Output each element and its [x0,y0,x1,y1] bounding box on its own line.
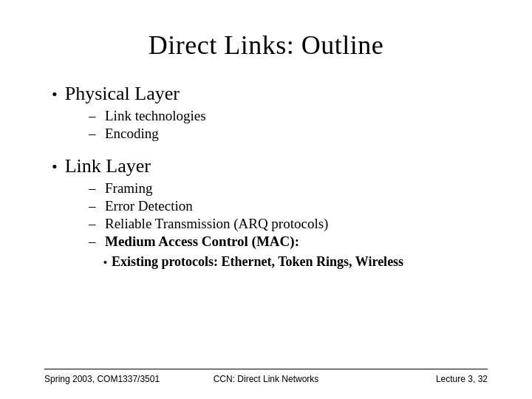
sub-item-link-tech-label: Link technologies [105,108,206,124]
link-layer-label: Link Layer [65,155,151,177]
sub-sub-items: • Existing protocols: Ethernet, Token Ri… [89,254,488,270]
dash-5: – [89,216,99,232]
sub-sub-existing-protocols: • Existing protocols: Ethernet, Token Ri… [103,254,488,270]
dash-1: – [89,108,99,124]
dash-2: – [89,126,99,142]
sub-item-framing: – Framing [89,180,488,197]
bullet-main-link: • Link Layer [52,155,488,177]
footer-left: Spring 2003, COM1337/3501 [44,374,192,384]
sub-item-encoding-label: Encoding [105,126,159,142]
sub-item-framing-label: Framing [105,180,152,197]
dash-3: – [89,180,99,197]
slide: Direct Links: Outline • Physical Layer –… [0,0,532,399]
sub-item-reliable-tx: – Reliable Transmission (ARQ protocols) [89,216,488,232]
footer: Spring 2003, COM1337/3501 CCN: Direct Li… [44,369,488,384]
sub-item-error-detection: – Error Detection [89,198,488,214]
bullet-physical-layer: • Physical Layer – Link technologies – E… [52,83,488,142]
sub-item-link-tech: – Link technologies [89,108,488,124]
sub-item-encoding: – Encoding [89,126,488,142]
physical-sub-items: – Link technologies – Encoding [52,108,488,142]
bullet-dot-physical: • [52,85,58,104]
bullet-main-physical: • Physical Layer [52,83,488,105]
dash-6: – [89,233,99,250]
footer-center: CCN: Direct Link Networks [192,374,340,384]
slide-title: Direct Links: Outline [44,30,488,61]
sub-sub-existing-protocols-label: Existing protocols: Ethernet, Token Ring… [112,254,403,270]
physical-layer-label: Physical Layer [65,83,180,105]
footer-right: Lecture 3, 32 [340,374,488,384]
content-area: • Physical Layer – Link technologies – E… [44,83,488,369]
sub-item-mac-label: Medium Access Control (MAC): [105,233,299,250]
sub-sub-dot: • [103,257,107,269]
sub-item-error-detection-label: Error Detection [105,198,193,214]
link-sub-items: – Framing – Error Detection – Reliable T… [52,180,488,270]
sub-item-reliable-tx-label: Reliable Transmission (ARQ protocols) [105,216,328,232]
sub-item-mac: – Medium Access Control (MAC): [89,233,488,250]
bullet-link-layer: • Link Layer – Framing – Error Detection… [52,155,488,270]
dash-4: – [89,198,99,214]
bullet-dot-link: • [52,157,58,177]
